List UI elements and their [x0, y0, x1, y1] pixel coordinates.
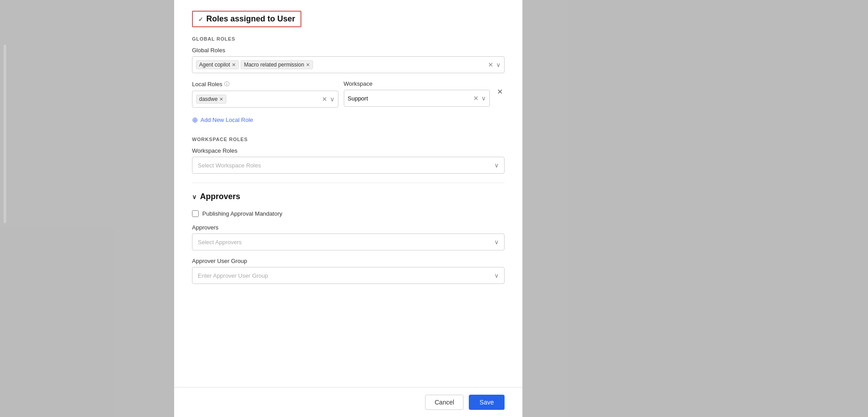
modal-body: ✓ Roles assigned to User GLOBAL ROLES Gl…: [174, 0, 522, 387]
modal-footer: Cancel Save: [174, 387, 522, 417]
workspace-roles-field-label: Workspace Roles: [192, 147, 505, 154]
workspace-roles-select[interactable]: Select Workspace Roles ∨: [192, 157, 505, 174]
workspace-roles-section-label: WORKSPACE ROLES: [192, 137, 505, 142]
tag-agent-copilot: Agent copilot ✕: [196, 60, 239, 69]
local-roles-field-label: Local Roles ⓘ: [192, 80, 338, 88]
workspace-input[interactable]: Support ✕ ∨: [344, 90, 490, 107]
clear-local-roles-icon[interactable]: ✕: [322, 96, 327, 103]
approver-user-group-dropdown-icon[interactable]: ∨: [494, 272, 499, 279]
section-divider: [192, 183, 505, 183]
local-roles-info-icon[interactable]: ⓘ: [224, 80, 230, 88]
global-roles-input[interactable]: Agent copilot ✕ Macro related permission…: [192, 56, 505, 73]
approver-user-group-placeholder: Enter Approver User Group: [198, 272, 268, 279]
workspace-roles-section: WORKSPACE ROLES Workspace Roles Select W…: [192, 137, 505, 174]
global-roles-field-group: Global Roles Agent copilot ✕ Macro relat…: [192, 47, 505, 73]
publishing-approval-checkbox[interactable]: [192, 210, 199, 217]
add-new-label: Add New Local Role: [200, 117, 253, 123]
tag-remove-agent-copilot[interactable]: ✕: [232, 62, 236, 68]
add-circle-icon: ⊕: [192, 116, 198, 124]
scrollbar-track[interactable]: [4, 45, 6, 223]
chevron-collapse-icon[interactable]: ✓: [198, 16, 204, 23]
publishing-approval-label[interactable]: Publishing Approval Mandatory: [202, 210, 282, 217]
tag-macro-permission: Macro related permission ✕: [241, 60, 313, 69]
workspace-roles-placeholder: Select Workspace Roles: [198, 162, 261, 169]
clear-global-roles-icon[interactable]: ✕: [488, 61, 493, 68]
local-roles-field-actions: ✕ ∨: [322, 96, 334, 103]
workspace-value: Support: [348, 95, 368, 102]
dropdown-expand-local-icon[interactable]: ∨: [330, 96, 334, 103]
approvers-section-header: ∨ Approvers: [192, 192, 505, 201]
tag-label: dasdwe: [199, 96, 217, 102]
approvers-select[interactable]: Select Approvers ∨: [192, 234, 505, 250]
save-button[interactable]: Save: [469, 395, 505, 410]
global-roles-field-actions: ✕ ∨: [488, 61, 501, 68]
global-roles-section: GLOBAL ROLES Global Roles Agent copilot …: [192, 36, 505, 133]
roles-section-header: ✓ Roles assigned to User: [192, 11, 301, 27]
approvers-dropdown-icon[interactable]: ∨: [494, 238, 499, 246]
tag-label: Macro related permission: [244, 62, 304, 68]
approvers-field-label: Approvers: [192, 224, 505, 231]
local-roles-input[interactable]: dasdwe ✕ ✕ ∨: [192, 91, 338, 108]
add-new-local-role-button[interactable]: ⊕ Add New Local Role: [192, 116, 253, 124]
approvers-placeholder: Select Approvers: [198, 239, 242, 246]
tag-remove-macro-permission[interactable]: ✕: [306, 62, 310, 68]
workspace-field-wrap: Workspace Support ✕ ∨: [344, 80, 490, 107]
approver-user-group-select[interactable]: Enter Approver User Group ∨: [192, 267, 505, 284]
local-roles-wrap: Local Roles ⓘ dasdwe ✕ ✕ ∨: [192, 80, 338, 108]
approvers-title: Approvers: [200, 192, 240, 201]
tag-remove-dasdwe[interactable]: ✕: [219, 96, 223, 102]
dropdown-expand-global-icon[interactable]: ∨: [496, 61, 501, 68]
tag-dasdwe: dasdwe ✕: [196, 95, 226, 104]
tag-label: Agent copilot: [199, 62, 230, 68]
modal-panel: ✕ esc ✓ Roles assigned to User GLOBAL RO…: [174, 0, 522, 417]
workspace-roles-dropdown-icon[interactable]: ∨: [494, 162, 499, 169]
global-roles-section-label: GLOBAL ROLES: [192, 36, 505, 42]
publishing-approval-row: Publishing Approval Mandatory: [192, 210, 505, 217]
approvers-collapse-icon[interactable]: ∨: [192, 193, 196, 200]
cancel-button[interactable]: Cancel: [425, 395, 463, 410]
approvers-field-group: Approvers Select Approvers ∨: [192, 224, 505, 250]
delete-local-role-row-button[interactable]: ✕: [495, 84, 505, 100]
dropdown-expand-workspace-icon[interactable]: ∨: [481, 95, 486, 102]
approver-user-group-label: Approver User Group: [192, 258, 505, 264]
approvers-section: ∨ Approvers Publishing Approval Mandator…: [192, 192, 505, 284]
workspace-field-actions: ✕ ∨: [473, 95, 486, 102]
approver-user-group-field-group: Approver User Group Enter Approver User …: [192, 258, 505, 284]
global-roles-field-label: Global Roles: [192, 47, 505, 54]
modal-title: Roles assigned to User: [206, 14, 295, 24]
clear-workspace-icon[interactable]: ✕: [473, 95, 479, 102]
local-roles-row: Local Roles ⓘ dasdwe ✕ ✕ ∨: [192, 80, 505, 108]
workspace-field-label: Workspace: [344, 80, 490, 87]
